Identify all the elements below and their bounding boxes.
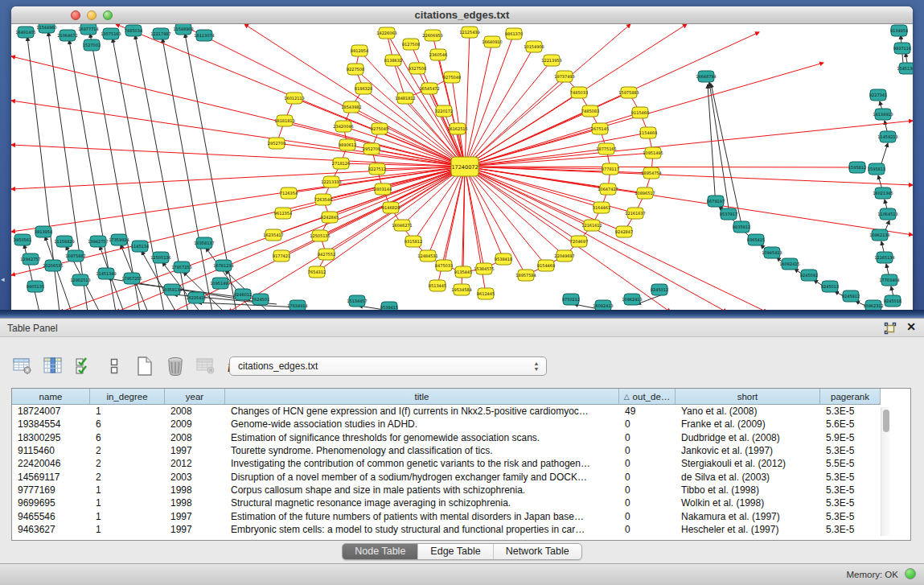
table-cell[interactable]: Franke et al. (2009) (676, 418, 820, 431)
network-canvas-area[interactable]: 8912954922750881863281854398223420046989… (11, 24, 913, 312)
table-cell[interactable]: 0 (619, 431, 676, 444)
graph-node[interactable]: 1595812 (848, 162, 866, 173)
graph-node[interactable]: 12484531 (417, 250, 437, 262)
graph-node[interactable]: 18954754 (641, 167, 661, 179)
graph-node[interactable]: 3913954 (35, 226, 52, 237)
table-cell[interactable]: 0 (619, 496, 676, 509)
graph-node[interactable]: 10975887 (65, 250, 85, 262)
table-cell[interactable]: Dudbridge et al. (2008) (676, 431, 820, 444)
table-cell[interactable]: 1997 (165, 523, 225, 536)
table-cell[interactable]: 5.3E-5 (820, 405, 881, 418)
graph-node[interactable]: 17359924 (109, 234, 129, 245)
table-cell[interactable]: 0 (619, 457, 676, 470)
graph-node[interactable]: 9242847 (615, 226, 633, 237)
table-cell[interactable]: Investigating the contribution of common… (225, 457, 619, 470)
graph-node[interactable]: 9750212 (562, 294, 580, 305)
table-cell[interactable]: 5.3E-5 (820, 496, 881, 509)
graph-node[interactable]: 7263546 (314, 194, 332, 205)
select-rows-icon[interactable] (71, 355, 97, 377)
table-row[interactable]: 2242004622012Investigating the contribut… (12, 457, 910, 470)
graph-node[interactable]: 9905135 (27, 281, 44, 292)
table-cell[interactable]: 49 (619, 405, 676, 418)
graph-node[interactable]: 9245912 (842, 290, 860, 302)
graph-node[interactable]: 10962413 (622, 294, 642, 305)
graph-node[interactable]: 3220172 (435, 105, 453, 117)
graph-node[interactable]: 1145134 (131, 241, 149, 252)
graph-node[interactable]: 12942757 (20, 253, 40, 265)
network-canvas[interactable]: 8912954922750881863281854398223420046989… (11, 24, 913, 312)
table-cell[interactable]: 1997 (165, 444, 225, 457)
row-height-icon[interactable] (101, 355, 127, 377)
tab-edge-table[interactable]: Edge Table (418, 544, 493, 559)
column-header-year[interactable]: year (165, 389, 225, 405)
delete-table-trash-icon[interactable] (162, 355, 188, 377)
graph-node[interactable]: 9177421 (273, 250, 290, 262)
graph-node[interactable]: 7485033 (570, 87, 588, 98)
close-panel-icon[interactable]: ✕ (906, 320, 916, 333)
table-cell[interactable]: 5.9E-5 (820, 431, 881, 444)
table-cell[interactable]: Jankovic et al. (1997) (676, 444, 820, 457)
graph-node[interactable]: 7485034 (125, 25, 142, 36)
table-cell[interactable]: Genome-wide association studies in ADHD. (225, 418, 619, 431)
graph-node[interactable]: 9612354 (274, 208, 292, 219)
graph-node[interactable]: 9427552 (318, 249, 335, 260)
graph-node[interactable]: 9275045 (371, 123, 388, 134)
table-cell[interactable]: 18724007 (12, 405, 90, 418)
table-row[interactable]: 1938455462009Genome-wide association stu… (12, 418, 910, 431)
graph-node[interactable]: 7654312 (308, 266, 326, 278)
graph-node[interactable]: 16545472 (419, 83, 439, 94)
graph-node[interactable]: 7624501 (252, 294, 269, 305)
table-cell[interactable]: 5.3E-5 (820, 484, 881, 496)
graph-node[interactable]: 12902513 (70, 274, 90, 286)
graph-node[interactable]: 9227341 (869, 89, 887, 101)
graph-node[interactable]: 9227508 (347, 64, 364, 75)
graph-node[interactable]: 10647427 (598, 183, 618, 195)
graph-node[interactable]: 10951497 (210, 278, 230, 289)
table-cell[interactable]: Disruption of a novel member of a sodium… (225, 470, 619, 483)
graph-node[interactable]: 9245016 (884, 295, 901, 307)
table-row[interactable]: 969969511998Structural magnetic resonanc… (12, 496, 910, 509)
graph-node[interactable]: 8227512 (368, 163, 386, 175)
table-cell[interactable]: 5.3E-5 (820, 444, 881, 457)
graph-node[interactable]: 9146828 (382, 202, 400, 213)
table-cell[interactable]: 9463627 (12, 523, 90, 536)
graph-node[interactable]: 17703404 (879, 274, 899, 286)
graph-node[interactable]: 9835912 (733, 221, 750, 233)
float-panel-icon[interactable] (884, 322, 897, 335)
table-cell[interactable]: 2012 (165, 457, 225, 470)
table-cell[interactable]: 2 (90, 444, 165, 457)
table-cell[interactable]: Structural magnetic resonance image aver… (225, 496, 619, 509)
graph-node[interactable]: 1527002 (83, 39, 101, 51)
table-cell[interactable]: 5.3E-5 (820, 509, 881, 522)
graph-node[interactable]: 16781234 (213, 260, 233, 271)
table-settings-icon[interactable] (10, 355, 35, 377)
table-cell[interactable]: Hescheler et al. (1997) (676, 523, 820, 536)
table-cell[interactable]: Embryonic stem cells: a model to study s… (225, 523, 619, 536)
table-cell[interactable]: 0 (619, 509, 676, 522)
graph-node[interactable]: 17957255 (121, 273, 142, 284)
column-header-title[interactable]: title (225, 389, 619, 405)
table-cell[interactable]: 18300295 (12, 431, 90, 444)
graph-node[interactable]: 2718126 (332, 158, 350, 169)
graph-node[interactable]: 10951495 (643, 147, 663, 159)
table-cell[interactable]: Nakamura et al. (1997) (676, 509, 820, 522)
graph-node[interactable]: 8138632 (384, 55, 402, 66)
graph-node[interactable]: 16162515 (447, 123, 467, 134)
graph-node[interactable]: 9315812 (405, 236, 422, 247)
graph-hub-node[interactable]: 17240072 (451, 157, 478, 176)
table-cell[interactable]: 1 (90, 523, 165, 536)
table-cell[interactable]: Tibbo et al. (1998) (676, 484, 820, 496)
graph-node[interactable]: 16648794 (696, 71, 716, 82)
graph-node[interactable]: 16046271 (392, 220, 412, 231)
graph-node[interactable]: 16640910 (482, 36, 502, 47)
graph-node[interactable]: 9154469 (537, 260, 555, 271)
graph-node[interactable]: 13942757 (88, 236, 108, 247)
table-cell[interactable]: Wolkin et al. (1998) (676, 496, 820, 509)
graph-node[interactable]: 15384575 (474, 263, 494, 274)
table-cell[interactable]: 9115460 (12, 444, 90, 457)
table-row[interactable]: 977716911998Corpus callosum shape and si… (12, 484, 910, 496)
table-cell[interactable]: 5.3E-5 (820, 470, 881, 483)
graph-node[interactable]: 22049697 (554, 250, 574, 262)
table-cell[interactable]: 1 (90, 496, 165, 509)
memory-status-indicator-icon[interactable] (905, 568, 916, 579)
